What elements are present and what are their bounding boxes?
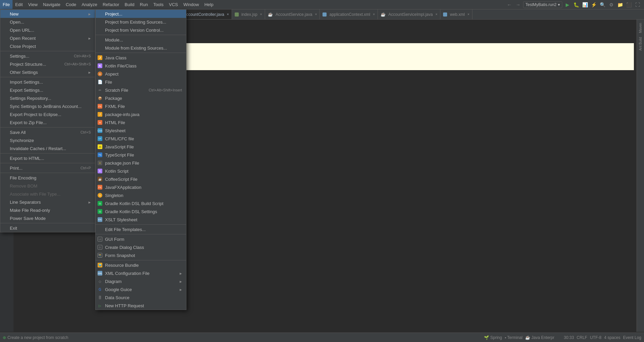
tab-3-close[interactable]: × xyxy=(227,12,229,16)
menu-make-readonly[interactable]: Make File Read-only xyxy=(0,206,95,214)
new-dialog-class[interactable]: D Create Dialog Class xyxy=(96,243,186,251)
new-data-source[interactable]: 🗄 Data Source xyxy=(96,293,186,302)
menu-save-all[interactable]: Save All Ctrl+S xyxy=(0,128,95,136)
new-kotlin-script[interactable]: K Kotlin Script xyxy=(96,167,186,175)
menu-run[interactable]: Run xyxy=(137,0,151,9)
new-edit-file-templates[interactable]: Edit File Templates... xyxy=(96,225,186,233)
bottom-tab-spring[interactable]: 🌱 Spring xyxy=(484,335,502,340)
new-ts-file[interactable]: TS TypeScript File xyxy=(96,151,186,159)
run-button[interactable]: ▶ xyxy=(564,1,571,8)
new-fxml[interactable]: FX FXML File xyxy=(96,102,186,110)
new-package[interactable]: 📦 Package xyxy=(96,94,186,102)
menu-open[interactable]: Open... xyxy=(0,18,95,26)
menu-build[interactable]: Build xyxy=(122,0,137,9)
menu-invalidate-caches[interactable]: Invalidate Caches / Restart... xyxy=(0,144,95,152)
new-project[interactable]: Project... xyxy=(96,10,186,18)
new-http-request[interactable]: ▷ New HTTP Request xyxy=(96,302,186,310)
new-kotlin-class[interactable]: K Kotlin File/Class xyxy=(96,62,186,70)
menu-navigate[interactable]: Navigate xyxy=(40,0,63,9)
tab-4[interactable]: index.jsp × xyxy=(232,9,265,19)
menu-power-save[interactable]: Power Save Mode xyxy=(0,214,95,222)
menu-open-url[interactable]: Open URL... xyxy=(0,26,95,34)
menu-import-settings[interactable]: Import Settings... xyxy=(0,78,95,86)
menu-code[interactable]: Code xyxy=(63,0,79,9)
run-with-coverage-button[interactable]: 📊 xyxy=(581,1,589,8)
menu-sync-settings[interactable]: Sync Settings to JetBrains Account... xyxy=(0,102,95,110)
menu-print[interactable]: Print... Ctrl+P xyxy=(0,164,95,172)
menu-refactor[interactable]: Refactor xyxy=(100,0,122,9)
new-module-existing[interactable]: Module from Existing Sources... xyxy=(96,44,186,52)
new-gradle-settings[interactable]: G Gradle Kotlin DSL Settings xyxy=(96,207,186,216)
menu-vcs[interactable]: VCS xyxy=(166,0,181,9)
menu-settings-repo[interactable]: Settings Repository... xyxy=(0,94,95,102)
menu-export-settings[interactable]: Export Settings... xyxy=(0,86,95,94)
menu-export-eclipse[interactable]: Export Project to Eclipse... xyxy=(0,110,95,118)
maximize-button[interactable]: ⛶ xyxy=(634,1,641,8)
new-resource-bundle[interactable]: 🌍 Resource Bundle xyxy=(96,261,186,269)
ant-build-panel-label[interactable]: Ant Build xyxy=(638,35,643,53)
menu-export-zip[interactable]: Export to Zip File... xyxy=(0,118,95,126)
new-diagram[interactable]: ◇ Diagram ▸ xyxy=(96,277,186,285)
new-gradle-build[interactable]: G Gradle Kotlin DSL Build Script xyxy=(96,199,186,207)
tab-4-close[interactable]: × xyxy=(260,12,262,16)
status-encoding[interactable]: UTF-8 xyxy=(590,335,601,340)
new-package-info[interactable]: J package-info.java xyxy=(96,110,186,118)
new-form-snapshot[interactable]: 📸 Form Snapshot xyxy=(96,251,186,259)
bottom-tab-terminal[interactable]: ▪ Terminal xyxy=(505,335,522,340)
menu-synchronize[interactable]: Synchronize xyxy=(0,136,95,144)
new-cfml[interactable]: CF CFML/CFC file xyxy=(96,135,186,143)
menu-other-settings[interactable]: Other Settings ▸ xyxy=(0,68,95,76)
new-js-file[interactable]: JS JavaScript File xyxy=(96,143,186,151)
status-event-log[interactable]: Event Log xyxy=(623,335,641,340)
menu-analyze[interactable]: Analyze xyxy=(79,0,100,9)
menu-file-encoding[interactable]: File Encoding xyxy=(0,174,95,182)
new-json-file[interactable]: {} package.json File xyxy=(96,159,186,167)
forward-button[interactable]: → xyxy=(514,1,522,8)
debug-button[interactable]: 🐛 xyxy=(572,1,580,8)
bottom-tab-java-enterprise[interactable]: ☕ Java Enterpr xyxy=(525,335,554,340)
menu-edit[interactable]: Edit xyxy=(12,0,25,9)
settings-button[interactable]: ⚙ xyxy=(608,1,615,8)
new-stylesheet[interactable]: CSS Stylesheet xyxy=(96,126,186,135)
new-aspect[interactable]: A Aspect xyxy=(96,70,186,78)
project-structure-button[interactable]: 📁 xyxy=(616,1,624,8)
profile-button[interactable]: ⚡ xyxy=(590,1,597,8)
status-create-project[interactable]: ⊕ Create a new project from scratch xyxy=(3,335,68,340)
new-javafx[interactable]: FX JavaFXApplication xyxy=(96,183,186,191)
tab-7-close[interactable]: × xyxy=(435,12,437,16)
menu-line-separators[interactable]: Line Separators ▸ xyxy=(0,198,95,206)
new-coffeescript[interactable]: ☕ CoffeeScript File xyxy=(96,175,186,183)
new-singleton[interactable]: S Singleton xyxy=(96,191,186,199)
status-line-ending[interactable]: CRLF xyxy=(577,335,587,340)
menu-project-structure[interactable]: Project Structure... Ctrl+Alt+Shift+S xyxy=(0,60,95,68)
status-indent[interactable]: 4 spaces xyxy=(604,335,620,340)
new-module[interactable]: Module... xyxy=(96,36,186,44)
new-html-file[interactable]: H HTML File xyxy=(96,118,186,126)
tab-8[interactable]: web.xml × xyxy=(440,9,472,19)
new-xslt[interactable]: XSL XSLT Stylesheet xyxy=(96,216,186,224)
new-gui-form[interactable]: UI GUI Form xyxy=(96,235,186,243)
new-file[interactable]: 📄 File xyxy=(96,78,186,86)
new-project-vcs[interactable]: Project from Version Control... xyxy=(96,26,186,34)
new-scratch-file[interactable]: ✏ Scratch File Ctrl+Alt+Shift+Insert xyxy=(96,86,186,94)
new-google-guice[interactable]: G Google Guice ▸ xyxy=(96,285,186,293)
tab-6[interactable]: applicationContext.xml × xyxy=(320,9,378,19)
menu-export-html[interactable]: Export to HTML... xyxy=(0,154,95,162)
menu-window[interactable]: Window xyxy=(181,0,202,9)
terminal-button[interactable]: ⬛ xyxy=(625,1,633,8)
menu-tools[interactable]: Tools xyxy=(151,0,166,9)
search-everywhere-button[interactable]: 🔍 xyxy=(599,1,606,8)
menu-help[interactable]: Help xyxy=(202,0,216,9)
menu-view[interactable]: View xyxy=(25,0,40,9)
run-config[interactable]: TestMyBatis.run2 ▾ xyxy=(523,1,562,8)
new-project-existing[interactable]: Project from Existing Sources... xyxy=(96,18,186,26)
menu-file[interactable]: File xyxy=(0,0,12,9)
menu-new[interactable]: New ▸ xyxy=(0,10,95,18)
menu-exit[interactable]: Exit xyxy=(0,224,95,232)
tab-5[interactable]: ☕ AccountService.java × xyxy=(265,9,320,19)
menu-close-project[interactable]: Close Project xyxy=(0,42,95,50)
tab-6-close[interactable]: × xyxy=(373,12,375,16)
tab-7[interactable]: ☕ AccountServiceImpl.java × xyxy=(378,9,440,19)
tab-8-close[interactable]: × xyxy=(467,12,469,16)
new-xml-config[interactable]: XML XML Configuration File ▸ xyxy=(96,269,186,277)
